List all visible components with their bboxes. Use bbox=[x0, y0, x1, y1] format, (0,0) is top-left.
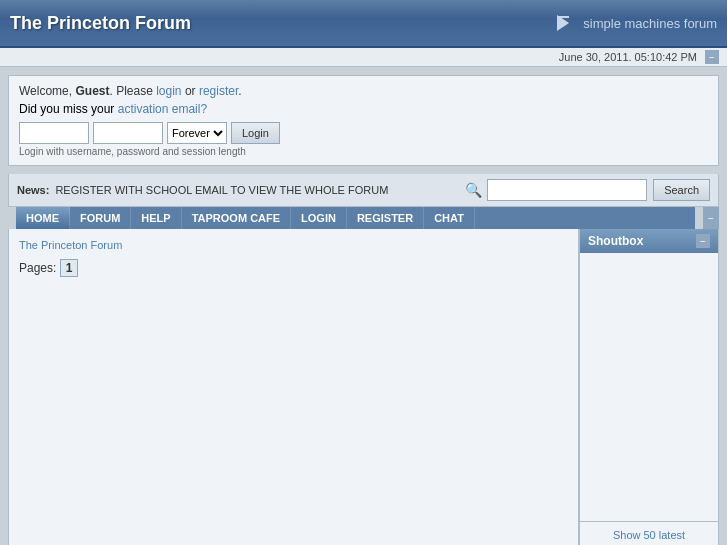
datetime: June 30, 2011. 05:10:42 PM bbox=[559, 51, 697, 63]
nav-chat[interactable]: CHAT bbox=[424, 207, 475, 229]
login-form: Forever 1 hour 2 hours 1 day Login bbox=[19, 122, 708, 144]
login-hint: Login with username, password and sessio… bbox=[19, 146, 708, 157]
main-content: The Princeton Forum Pages: 1 bbox=[8, 229, 579, 545]
shoutbox-header: Shoutbox − bbox=[580, 229, 718, 253]
activation-link[interactable]: activation email? bbox=[118, 102, 207, 116]
shoutbox: Shoutbox − Show 50 latest bbox=[579, 229, 719, 545]
shoutbox-minimize-button[interactable]: − bbox=[696, 234, 710, 248]
content-wrapper: The Princeton Forum Pages: 1 Shoutbox − … bbox=[8, 229, 719, 545]
shoutbox-body bbox=[580, 253, 718, 521]
page-1-link[interactable]: 1 bbox=[60, 259, 79, 277]
register-link[interactable]: register bbox=[199, 84, 238, 98]
login-button[interactable]: Login bbox=[231, 122, 280, 144]
news-text: REGISTER WITH SCHOOL EMAIL TO VIEW THE W… bbox=[55, 184, 459, 196]
nav-forum[interactable]: FORUM bbox=[70, 207, 131, 229]
activation-text: Did you miss your activation email? bbox=[19, 102, 708, 116]
smf-label: simple machines forum bbox=[583, 16, 717, 31]
topbar: June 30, 2011. 05:10:42 PM − bbox=[0, 48, 727, 67]
password-input[interactable] bbox=[93, 122, 163, 144]
nav-bar: HOME FORUM HELP TAPROOM CAFE LOGIN REGIS… bbox=[16, 207, 695, 229]
forum-title: The Princeton Forum bbox=[10, 13, 191, 34]
news-bar: News: REGISTER WITH SCHOOL EMAIL TO VIEW… bbox=[8, 174, 719, 207]
smf-logo: simple machines forum bbox=[557, 15, 717, 31]
welcome-text: Welcome, Guest. Please login or register… bbox=[19, 84, 708, 98]
nav-register[interactable]: REGISTER bbox=[347, 207, 424, 229]
username-input[interactable] bbox=[19, 122, 89, 144]
smf-arrow-icon bbox=[557, 15, 577, 31]
nav-home[interactable]: HOME bbox=[16, 207, 70, 229]
topbar-minimize-button[interactable]: − bbox=[705, 50, 719, 64]
pages-line: Pages: 1 bbox=[19, 259, 568, 277]
nav-bar-wrapper: HOME FORUM HELP TAPROOM CAFE LOGIN REGIS… bbox=[8, 207, 719, 229]
breadcrumb: The Princeton Forum bbox=[19, 239, 568, 251]
breadcrumb-link[interactable]: The Princeton Forum bbox=[19, 239, 122, 251]
shoutbox-footer: Show 50 latest bbox=[580, 521, 718, 545]
news-label: News: bbox=[17, 184, 49, 196]
shoutbox-title: Shoutbox bbox=[588, 234, 643, 248]
show-latest-link[interactable]: Show 50 latest bbox=[613, 529, 685, 541]
nav-login[interactable]: LOGIN bbox=[291, 207, 347, 229]
nav-taproom[interactable]: TAPROOM CAFE bbox=[182, 207, 291, 229]
search-icon: 🔍 bbox=[465, 182, 481, 198]
search-input[interactable] bbox=[487, 179, 647, 201]
nav-minimize-button[interactable]: − bbox=[703, 207, 719, 229]
site-header: The Princeton Forum simple machines foru… bbox=[0, 0, 727, 48]
search-button[interactable]: Search bbox=[653, 179, 710, 201]
nav-help[interactable]: HELP bbox=[131, 207, 181, 229]
login-area: Welcome, Guest. Please login or register… bbox=[8, 75, 719, 166]
login-link[interactable]: login bbox=[156, 84, 181, 98]
session-select[interactable]: Forever 1 hour 2 hours 1 day bbox=[167, 122, 227, 144]
